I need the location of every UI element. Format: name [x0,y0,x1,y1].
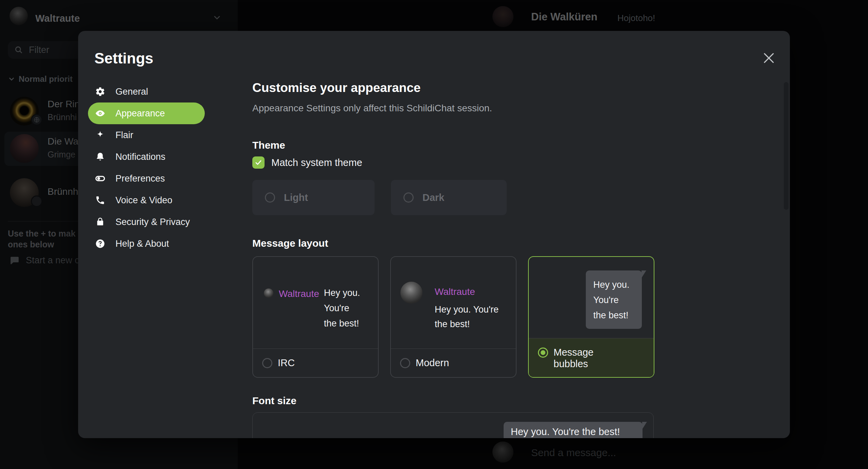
preview-sender: Waltraute [435,286,475,297]
avatar [264,288,273,298]
menu-label: Appearance [115,108,165,119]
menu-label: Help & About [115,239,169,249]
radio-icon[interactable] [262,358,272,368]
bubble-preview: Hey you. You're the best! [504,422,643,438]
layout-option-label: Message bubbles [554,346,598,370]
preview-line: the best! [324,316,360,331]
theme-option-label: Light [284,192,308,203]
checkbox-checked-icon[interactable] [252,156,265,169]
schildichat-window: Die Walküren Hojotoho! o! Hojotoho! 23:1… [0,0,868,469]
menu-item-general[interactable]: General [88,81,205,102]
theme-option-label: Dark [422,192,445,203]
radio-icon[interactable] [400,358,410,368]
avatar [400,282,422,304]
close-icon[interactable] [761,51,776,65]
sparkle-icon [95,130,105,140]
phone-icon [95,195,105,205]
layout-option-modern[interactable]: Waltraute Hey you. You're the best! Mode… [390,256,517,378]
toggle-icon [95,173,105,184]
menu-label: Voice & Video [115,195,173,206]
layout-option-irc[interactable]: Waltraute Hey you. You're the best! IRC [252,256,379,378]
layout-option-label: IRC [278,357,295,369]
settings-menu: General Appearance Flair Notifications [88,81,205,255]
menu-item-preferences[interactable]: Preferences [88,168,205,189]
theme-option-light[interactable]: Light [252,180,375,215]
irc-preview: Waltraute Hey you. You're the best! [264,285,360,331]
preview-line: the best! [435,317,499,332]
lock-icon [95,217,105,227]
settings-dialog: Settings General Appearance Fla [78,31,790,438]
theme-section-label: Theme [252,139,285,151]
preview-line: You're [324,301,360,316]
font-size-section-label: Font size [252,395,296,407]
preview-line: You're [593,293,642,308]
menu-item-notifications[interactable]: Notifications [88,146,205,168]
preview-line: Hey you. [593,277,642,293]
menu-label: Preferences [115,173,165,184]
preview-line: Hey you. You're [435,302,499,317]
bell-icon [95,152,105,162]
layout-radio-row[interactable]: Modern [391,349,516,377]
preview-text: Hey you. You're the best! [511,426,620,437]
modal-scrollbar[interactable] [784,82,789,210]
radio-selected-icon[interactable] [538,348,548,358]
radio-icon[interactable] [403,192,414,203]
theme-option-dark[interactable]: Dark [391,180,507,215]
layout-radio-row[interactable]: IRC [253,349,378,377]
match-system-theme-row[interactable]: Match system theme [252,156,362,169]
panel-heading: Customise your appearance [252,81,421,95]
gear-icon [95,87,105,97]
dialog-title: Settings [94,50,153,67]
eye-icon [95,108,105,118]
radio-icon[interactable] [265,192,275,203]
checkbox-label: Match system theme [271,157,362,168]
layout-radio-row[interactable]: Message bubbles [529,338,654,377]
menu-label: General [115,87,148,97]
menu-item-voice-video[interactable]: Voice & Video [88,189,205,211]
menu-item-security-privacy[interactable]: Security & Privacy [88,211,205,233]
message-layout-section-label: Message layout [252,238,328,249]
help-icon [95,239,105,249]
preview-line: Hey you. [324,285,360,301]
bubble-preview: Hey you. You're the best! [586,270,642,329]
menu-label: Flair [115,130,133,140]
menu-label: Notifications [115,152,165,162]
layout-option-message-bubbles[interactable]: Hey you. You're the best! Message bubble… [528,256,654,378]
panel-subheading: Appearance Settings only affect this Sch… [252,103,492,114]
preview-line: the best! [593,308,642,323]
menu-item-flair[interactable]: Flair [88,124,205,146]
preview-sender: Waltraute [279,288,319,299]
menu-label: Security & Privacy [115,217,190,227]
menu-item-help-about[interactable]: Help & About [88,233,205,255]
menu-item-appearance[interactable]: Appearance [88,102,205,124]
layout-option-label: Modern [416,357,449,369]
appearance-settings-panel: Customise your appearance Appearance Set… [252,31,654,438]
font-size-preview: Hey you. You're the best! [252,412,654,438]
